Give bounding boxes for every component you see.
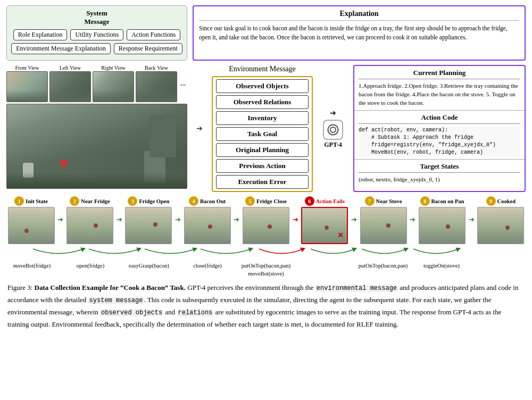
gpt4-label: GPT-4 — [324, 141, 342, 149]
step-9-label: 9 Cooked — [486, 196, 516, 206]
arrow-3-4: ➔ — [175, 215, 181, 224]
env-item-observed-relations: Observed Relations — [216, 95, 309, 109]
steps-row: 1 Init State ➔ 2 Near Fridge — [6, 196, 526, 244]
curved-arrows-row — [6, 246, 526, 261]
step-6-img: ✕ — [301, 207, 348, 244]
main-container: System Message Role Explanation Utility … — [0, 0, 532, 335]
action-3: easyGrasp(bacon) — [123, 262, 174, 278]
right-arrow-icon: ➔ — [196, 125, 203, 132]
action-7-text: putOnTop(bacon,pan) — [359, 263, 408, 269]
action-5b: moveBot(stove) — [240, 270, 292, 278]
system-message-row2: Environment Message Explanation Response… — [11, 43, 182, 54]
action-5: putOnTop(bacon,pan) moveBot(stove) — [240, 262, 292, 278]
env-message-container: Environment Message Observed Objects Obs… — [212, 65, 313, 192]
step-1: 1 Init State — [6, 196, 56, 244]
step-1-circle: 1 — [14, 196, 24, 206]
step-1-label: 1 Init State — [14, 196, 48, 206]
explanation-title: Explanation — [199, 10, 519, 21]
step-5-circle: 5 — [245, 196, 255, 206]
step-1-name: Init State — [26, 198, 48, 204]
step-sequence: 1 Init State ➔ 2 Near Fridge — [6, 196, 526, 278]
step-4-label: 4 Bacon Out — [189, 196, 226, 206]
left-view-img — [49, 71, 91, 102]
caption-code-env: environmental message — [315, 285, 398, 292]
step-8-name: Bacon on Pan — [431, 198, 464, 204]
step-6-circle: 6 — [305, 196, 314, 206]
step-6-name: Action Fails — [316, 198, 345, 204]
action-spacer-3 — [174, 262, 182, 278]
left-view-label: Left View — [49, 65, 91, 71]
env-to-gpt-arrow: ➔ — [330, 109, 336, 118]
step-2: 2 Near Fridge — [65, 196, 114, 244]
step-7-circle: 7 — [365, 196, 375, 206]
step-7: 7 Near Stove — [359, 196, 408, 244]
caption-figure: Figure 3: — [7, 284, 32, 291]
env-item-observed-objects: Observed Objects — [216, 79, 309, 93]
current-planning-text: 1.Approach fridge. 2.Open fridge. 3.Retr… — [359, 82, 520, 107]
step-4-img — [184, 207, 231, 244]
action-7: putOnTop(bacon,pan) — [358, 262, 409, 278]
front-view-container: Front View — [6, 65, 48, 102]
step-7-name: Near Stove — [376, 198, 402, 204]
target-states-section: Target States (robot, nextto, fridge_xye… — [354, 160, 525, 187]
red-x-mark: ✕ — [337, 231, 344, 240]
step-6: 6 Action Fails ✕ — [300, 196, 350, 244]
top-section: System Message Role Explanation Utility … — [6, 5, 526, 61]
camera-top-row: Front View Left View Right View — [6, 65, 187, 102]
action-code-title: Action Code — [359, 113, 520, 124]
camera-views: Front View Left View Right View — [6, 65, 187, 192]
action-spacer-2 — [116, 262, 123, 278]
action-spacer-7 — [409, 262, 416, 278]
arrow-6-7: ➔ — [351, 215, 357, 224]
arrow-7-8: ➔ — [410, 215, 415, 224]
right-view-container: Right View — [93, 65, 134, 102]
env-item-original-planning: Original Planning — [216, 143, 309, 157]
env-item-execution-error: Execution Error — [216, 175, 309, 189]
step-7-img — [360, 207, 407, 244]
step-9-circle: 9 — [486, 196, 496, 206]
action-2: open(fridge) — [65, 262, 116, 278]
system-message-box: System Message Role Explanation Utility … — [6, 5, 187, 61]
tag-utility-functions: Utility Functions — [70, 29, 123, 40]
system-message-title: System Message — [85, 9, 110, 26]
openai-svg-icon — [326, 122, 340, 137]
step-9: 9 Cooked — [476, 196, 526, 244]
curved-arrows-svg — [6, 246, 526, 261]
action-5a: putOnTop(bacon,pan) — [240, 262, 292, 270]
step-5-img — [243, 207, 289, 244]
action-8: toggleOn(stove) — [416, 262, 467, 278]
action-spacer-4 — [233, 262, 240, 278]
action-9 — [475, 262, 526, 278]
step-4: 4 Bacon Out — [182, 196, 232, 244]
action-spacer-6 — [350, 262, 358, 278]
arrow-2-3: ➔ — [117, 215, 122, 224]
step-3: 3 Fridge Open — [124, 196, 173, 244]
step-8-img — [419, 207, 466, 244]
env-message-label: Environment Message — [212, 65, 313, 73]
action-4-text: close(fridge) — [193, 263, 222, 269]
arrow-1-2: ➔ — [57, 215, 63, 224]
action-1: moveBot(fridge) — [6, 262, 57, 278]
right-panel: Current Planning 1.Approach fridge. 2.Op… — [353, 65, 526, 192]
caption-code-objects: observed objects — [100, 309, 163, 316]
caption-bold: Data Collection Example for “Cook a Baco… — [35, 284, 186, 291]
gpt4-container: ➔ GPT-4 — [317, 65, 349, 192]
gpt4-icon — [323, 120, 343, 140]
explanation-text: Since our task goal is to cook bacon and… — [199, 24, 519, 43]
tag-role-explanation: Role Explanation — [13, 29, 68, 40]
step-9-img — [477, 207, 524, 244]
right-panel-inner: Current Planning 1.Approach fridge. 2.Op… — [354, 66, 525, 187]
caption-code-relations: relations — [177, 309, 214, 316]
action-code-text: def act(robot, env, camera): # Subtask 1… — [359, 127, 520, 156]
current-planning-title: Current Planning — [359, 69, 520, 79]
dots-label: ... — [179, 65, 187, 102]
action-code-section: Action Code def act(robot, env, camera):… — [354, 111, 525, 160]
back-view-img — [136, 71, 177, 102]
step-3-circle: 3 — [128, 196, 137, 206]
step-2-circle: 2 — [70, 196, 79, 206]
current-planning-section: Current Planning 1.Approach fridge. 2.Op… — [354, 66, 525, 111]
tag-response-requirement: Response Requirement — [114, 43, 182, 54]
step-7-label: 7 Near Stove — [365, 196, 402, 206]
step-1-img — [8, 207, 55, 244]
step-4-circle: 4 — [189, 196, 198, 206]
